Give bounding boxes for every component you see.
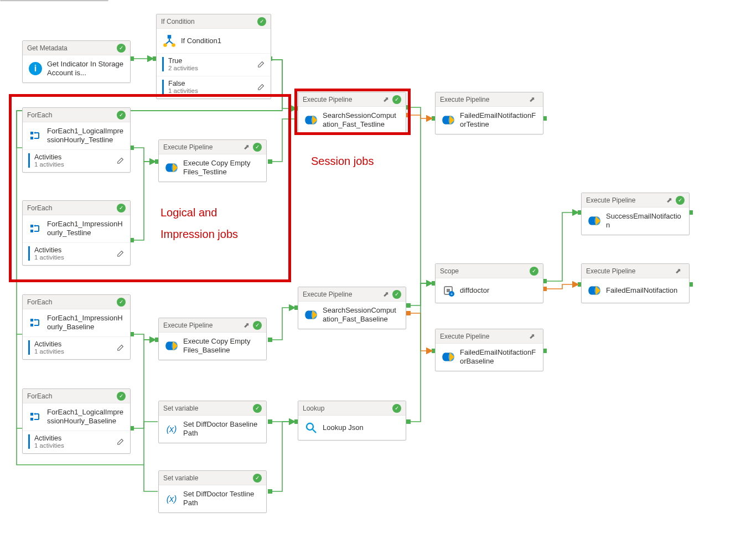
svg-rect-39 [30, 225, 33, 227]
activities-row[interactable]: Activities 1 activities [23, 336, 130, 359]
activity-foreach-logical-baseline[interactable]: ForEach ForEach1_LogicalImpressionHourly… [22, 388, 131, 454]
activity-scope-diffdoctor[interactable]: Scope + diffdoctor [435, 263, 543, 303]
pencil-icon[interactable] [257, 83, 265, 91]
activity-exec-pipeline-failtest[interactable]: Execute Pipeline ⬈ FailedEmailNotifactio… [435, 92, 543, 134]
pipeline-canvas[interactable]: Get Metadata i Get Indicator In Storage … [0, 0, 746, 560]
activity-type-label: Set variable [163, 405, 253, 412]
activity-exec-pipeline-copytest[interactable]: Execute Pipeline ⬈ Execute Copy Empty Fi… [158, 139, 267, 182]
activity-title: Lookup Json [323, 423, 364, 432]
check-icon [676, 196, 685, 205]
activity-title: Execute Copy Empty Files_Baseline [183, 337, 261, 355]
pencil-icon[interactable] [257, 60, 265, 68]
svg-rect-17 [406, 303, 411, 308]
svg-point-36 [172, 43, 175, 47]
activity-type-label: ForEach [27, 298, 117, 306]
activity-type-label: Execute Pipeline [440, 96, 527, 103]
activity-exec-pipeline-searchtest[interactable]: Execute Pipeline ⬈ SearchSessionComputat… [298, 92, 406, 134]
activity-title: ForEach1_ImpressionHourly_Baseline [47, 314, 125, 332]
variable-icon: (x) [164, 422, 179, 436]
activity-title: FailedEmailNotifactionForBaseline [460, 348, 537, 366]
variable-icon: (x) [164, 491, 179, 506]
pencil-icon[interactable] [117, 157, 125, 164]
activity-exec-pipeline-failedemail[interactable]: Execute Pipeline ⬈ FailedEmailNotifactio… [581, 263, 690, 303]
activities-row[interactable]: Activities 1 activities [23, 149, 130, 172]
activity-type-label: Execute Pipeline [440, 333, 527, 340]
activity-title: SuccessEmailNotifaction [606, 212, 683, 230]
activity-type-label: Execute Pipeline [586, 267, 674, 275]
check-icon [117, 204, 126, 212]
chip-icon: + [441, 283, 455, 298]
pencil-icon[interactable] [117, 250, 125, 257]
svg-rect-37 [30, 132, 33, 134]
activities-row[interactable]: Activities 1 activities [23, 431, 130, 453]
expand-icon[interactable]: ⬈ [674, 267, 682, 276]
pipeline-icon [587, 283, 602, 298]
activity-type-label: Set variable [163, 474, 253, 482]
check-icon [253, 321, 262, 330]
activities-row[interactable]: Activities 1 activities [23, 242, 130, 265]
activity-get-metadata[interactable]: Get Metadata i Get Indicator In Storage … [22, 40, 131, 83]
check-icon [117, 44, 126, 53]
activity-title: diffdoctor [460, 286, 489, 295]
activity-foreach-impression-testline[interactable]: ForEach ForEach1_ImpressionHourly_Testli… [22, 200, 131, 266]
activity-exec-pipeline-searchbase[interactable]: Execute Pipeline ⬈ SearchSessionComputat… [298, 287, 406, 329]
pencil-icon[interactable] [117, 438, 125, 445]
svg-rect-15 [268, 338, 272, 342]
annotation-label: Logical and [160, 206, 217, 219]
svg-rect-18 [406, 311, 411, 315]
check-icon [392, 95, 401, 104]
svg-rect-53 [30, 418, 33, 421]
branch-row-true[interactable]: True 2 activities [157, 53, 271, 76]
expand-icon[interactable]: ⬈ [527, 332, 536, 341]
expand-icon[interactable]: ⬈ [381, 95, 390, 104]
expand-icon[interactable]: ⬈ [381, 290, 390, 299]
activity-foreach-logical-testline[interactable]: ForEach ForEach1_LogicalImpressionHourly… [22, 107, 131, 173]
activity-exec-pipeline-failbase[interactable]: Execute Pipeline ⬈ FailedEmailNotifactio… [435, 329, 543, 371]
annotation-label: Session jobs [311, 155, 374, 168]
activity-lookup-json[interactable]: Lookup Lookup Json [298, 401, 406, 440]
loop-icon [28, 221, 43, 236]
branch-row-false[interactable]: False 1 activities [157, 76, 271, 98]
activity-setvar-baseline[interactable]: Set variable (x) Set DiffDoctor Baseline… [158, 401, 267, 443]
check-icon [392, 290, 401, 299]
pipeline-icon [587, 214, 602, 228]
check-icon [253, 404, 262, 413]
activity-type-label: Execute Pipeline [303, 96, 381, 103]
activity-exec-pipeline-copybase[interactable]: Execute Pipeline ⬈ Execute Copy Empty Fi… [158, 318, 267, 360]
branch-icon [162, 34, 177, 48]
annotation-label: Impression jobs [160, 228, 238, 241]
activity-foreach-impression-baseline[interactable]: ForEach ForEach1_ImpressionHourly_Baseli… [22, 294, 131, 360]
pipeline-icon [164, 160, 179, 175]
activity-setvar-testline[interactable]: Set variable (x) Set DiffDoctor Testline… [158, 470, 267, 513]
activity-type-label: ForEach [27, 204, 117, 212]
pencil-icon[interactable] [117, 344, 125, 351]
svg-text:(x): (x) [167, 494, 177, 504]
activity-if-condition[interactable]: If Condition If Condition1 True 2 activi… [156, 14, 271, 99]
activity-setvar-baseline[interactable] [0, 0, 108, 1]
activity-exec-pipeline-successemail[interactable]: Execute Pipeline ⬈ SuccessEmailNotifacti… [581, 193, 690, 235]
activity-title: Execute Copy Empty Files_Testline [183, 159, 261, 177]
svg-rect-64 [447, 289, 450, 292]
svg-rect-52 [30, 413, 33, 416]
activity-title: If Condition1 [181, 37, 221, 45]
svg-rect-7 [268, 159, 272, 164]
expand-icon[interactable]: ⬈ [242, 321, 251, 330]
check-icon [257, 17, 266, 26]
check-icon [117, 111, 126, 120]
svg-text:+: + [450, 292, 453, 297]
check-icon [253, 143, 262, 152]
svg-line-76 [313, 429, 316, 433]
pipeline-icon [164, 339, 179, 353]
pipeline-icon [441, 350, 455, 364]
svg-rect-51 [30, 324, 33, 326]
activity-type-label: ForEach [27, 111, 117, 119]
expand-icon[interactable]: ⬈ [527, 95, 536, 104]
svg-rect-24 [268, 419, 272, 424]
info-icon: i [28, 61, 43, 76]
search-icon [304, 421, 318, 435]
pipeline-icon [441, 113, 455, 127]
expand-icon[interactable]: ⬈ [665, 196, 674, 205]
svg-text:i: i [34, 64, 37, 74]
activity-type-label: Execute Pipeline [303, 291, 381, 298]
expand-icon[interactable]: ⬈ [242, 143, 251, 152]
